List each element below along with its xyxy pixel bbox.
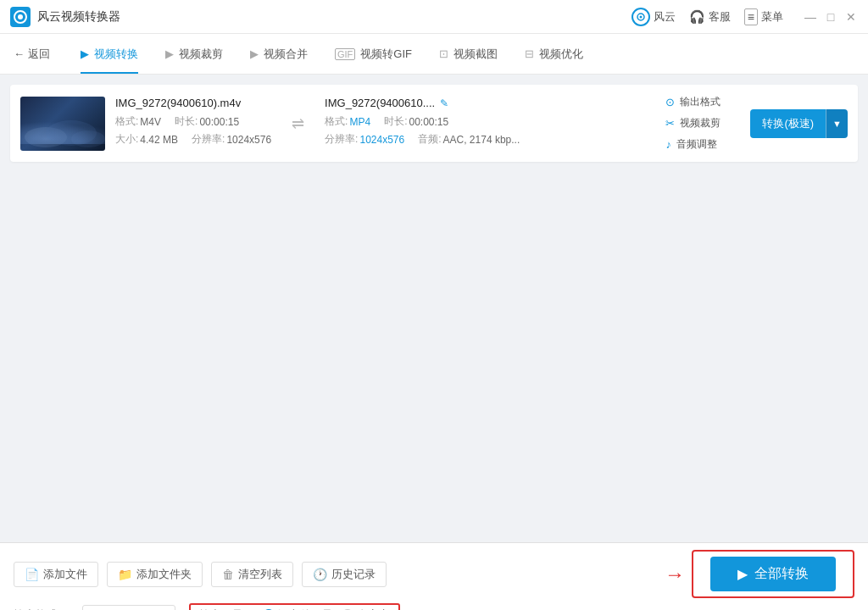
main-content: IMG_9272(9400610).m4v 格式: M4V 时长: 00:00:… — [0, 75, 868, 542]
arrow-pointer-icon: → — [665, 563, 685, 586]
tab-video-merge[interactable]: ▶ 视频合并 — [236, 34, 321, 74]
clear-list-button[interactable]: 🗑 清空列表 — [211, 562, 293, 587]
tab-video-screenshot[interactable]: ⊡ 视频截图 — [426, 34, 511, 74]
all-convert-box: ▶ 全部转换 — [692, 550, 854, 598]
output-dir-box: 输出目录： 源文件目录 自定义 — [189, 603, 400, 610]
action-video-trim[interactable]: ✂ 视频裁剪 — [662, 114, 730, 132]
convert-btn-group: 转换(极速) ▼ — [750, 109, 848, 138]
bottom-right-section: → ▶ 全部转换 — [665, 550, 854, 598]
format-meta: 格式: M4V — [115, 114, 161, 129]
tab-video-convert[interactable]: ▶ 视频转换 — [67, 34, 152, 74]
output-duration-value: 00:00:15 — [409, 116, 448, 128]
fengyun-icon — [632, 8, 650, 26]
all-convert-button[interactable]: ▶ 全部转换 — [710, 557, 836, 591]
actions-panel: ⊙ 输出格式 ✂ 视频裁剪 ♪ 音频调整 — [662, 93, 730, 153]
svg-point-6 — [71, 130, 105, 147]
tab-convert-label: 视频转换 — [94, 47, 138, 62]
output-name-row: IMG_9272(9400610.... ✎ — [325, 97, 520, 109]
size-value: 4.42 MB — [140, 134, 178, 146]
add-folder-button[interactable]: 📁 添加文件夹 — [107, 562, 203, 587]
edit-icon[interactable]: ✎ — [440, 97, 448, 109]
file-meta-row1: 格式: M4V 时长: 00:00:15 — [115, 114, 271, 129]
bottombar: 📄 添加文件 📁 添加文件夹 🗑 清空列表 🕐 历史记录 → ▶ 全部转换 输 — [0, 542, 868, 610]
convert-button[interactable]: 转换(极速) — [750, 109, 826, 138]
tab-gif-icon: GIF — [335, 48, 355, 60]
minimize-btn[interactable]: — — [804, 10, 817, 24]
caidan-btn[interactable]: ≡ 菜单 — [744, 8, 783, 25]
output-duration-meta: 时长: 00:00:15 — [384, 114, 448, 129]
tab-merge-icon: ▶ — [250, 47, 259, 60]
output-duration-label: 时长: — [384, 114, 407, 129]
window-controls: — □ ✕ — [804, 10, 858, 24]
titlebar: 风云视频转换器 风云 🎧 客服 ≡ 菜单 — □ ✕ — [0, 0, 868, 34]
convert-dropdown-btn[interactable]: ▼ — [826, 109, 848, 138]
back-arrow-icon: ← — [14, 47, 25, 60]
shuffle-icon[interactable]: ⇌ — [281, 114, 314, 133]
tab-video-trim[interactable]: ▶ 视频裁剪 — [152, 34, 236, 74]
bottom-row1: 📄 添加文件 📁 添加文件夹 🗑 清空列表 🕐 历史记录 → ▶ 全部转换 — [14, 550, 854, 598]
navbar: ← 返回 ▶ 视频转换 ▶ 视频裁剪 ▶ 视频合并 GIF 视频转GIF ⊡ 视… — [0, 34, 868, 75]
svg-point-3 — [639, 15, 642, 18]
all-convert-play-icon: ▶ — [737, 566, 748, 582]
app-logo — [10, 7, 31, 27]
kefu-icon: 🎧 — [689, 9, 705, 25]
app-title: 风云视频转换器 — [37, 9, 632, 25]
close-btn[interactable]: ✕ — [844, 10, 858, 24]
output-audio-value: AAC, 2174 kbp... — [443, 134, 520, 146]
kefu-label: 客服 — [709, 9, 731, 25]
file-meta-row2: 大小: 4.42 MB 分辨率: 1024x576 — [115, 132, 271, 147]
file-info-left: IMG_9272(9400610).m4v 格式: M4V 时长: 00:00:… — [115, 97, 271, 150]
svg-point-1 — [18, 14, 23, 19]
output-resolution-value: 1024x576 — [359, 134, 404, 146]
add-file-button[interactable]: 📄 添加文件 — [14, 562, 98, 587]
caidan-label: 菜单 — [761, 9, 783, 25]
output-meta-row1: 格式: MP4 时长: 00:00:15 — [325, 114, 520, 129]
format-select[interactable]: MP4 同原文件 ▼ — [82, 605, 175, 611]
action-output-format[interactable]: ⊙ 输出格式 — [662, 93, 730, 111]
action-audio-adjust-label: 音频调整 — [676, 137, 717, 152]
tab-screenshot-icon: ⊡ — [439, 47, 448, 60]
output-audio-label: 音频: — [418, 132, 441, 147]
file-info-right: IMG_9272(9400610.... ✎ 格式: MP4 时长: 00:00… — [325, 97, 520, 150]
clear-list-label: 清空列表 — [238, 567, 282, 582]
output-format-label: 格式: — [325, 114, 348, 129]
tab-video-optimize[interactable]: ⊟ 视频优化 — [511, 34, 597, 74]
history-label: 历史记录 — [331, 567, 376, 582]
action-audio-adjust[interactable]: ♪ 音频调整 — [662, 136, 730, 153]
add-file-label: 添加文件 — [43, 567, 87, 582]
tab-video-gif[interactable]: GIF 视频转GIF — [321, 34, 426, 74]
file-item: IMG_9272(9400610).m4v 格式: M4V 时长: 00:00:… — [10, 85, 858, 162]
action-video-trim-label: 视频裁剪 — [680, 116, 721, 130]
fengyun-btn[interactable]: 风云 — [632, 8, 676, 26]
scissors-icon: ✂ — [665, 117, 675, 130]
output-meta-row2: 分辨率: 1024x576 音频: AAC, 2174 kbp... — [325, 132, 520, 147]
tab-merge-label: 视频合并 — [264, 47, 308, 62]
output-resolution-label: 分辨率: — [325, 132, 358, 147]
tab-optimize-label: 视频优化 — [539, 47, 583, 62]
duration-label: 时长: — [175, 114, 198, 129]
bottom-row2: 输出格式： MP4 同原文件 ▼ 输出目录： 源文件目录 自定义 — [14, 603, 854, 610]
audio-icon: ♪ — [665, 138, 671, 151]
duration-meta: 时长: 00:00:15 — [175, 114, 239, 129]
resolution-value: 1024x576 — [226, 134, 271, 146]
add-folder-label: 添加文件夹 — [136, 567, 192, 582]
output-format-meta: 格式: MP4 — [325, 114, 370, 129]
convert-btn-wrap: 转换(极速) ▼ — [750, 109, 848, 138]
output-audio-meta: 音频: AAC, 2174 kbp... — [418, 132, 520, 147]
back-label: 返回 — [28, 47, 50, 62]
history-button[interactable]: 🕐 历史记录 — [302, 562, 387, 587]
tab-trim-label: 视频裁剪 — [179, 47, 223, 62]
format-label: 格式: — [115, 114, 138, 129]
file-name: IMG_9272(9400610).m4v — [115, 97, 271, 109]
add-file-icon: 📄 — [25, 568, 39, 581]
fengyun-label: 风云 — [654, 9, 676, 25]
output-resolution-meta: 分辨率: 1024x576 — [325, 132, 404, 147]
back-button[interactable]: ← 返回 — [14, 47, 50, 62]
output-name: IMG_9272(9400610.... — [325, 97, 435, 109]
tab-optimize-icon: ⊟ — [525, 47, 534, 60]
tab-convert-icon: ▶ — [81, 47, 89, 60]
size-meta: 大小: 4.42 MB — [115, 132, 178, 147]
add-folder-icon: 📁 — [118, 568, 132, 581]
maximize-btn[interactable]: □ — [824, 10, 837, 24]
kefu-btn[interactable]: 🎧 客服 — [689, 9, 731, 25]
